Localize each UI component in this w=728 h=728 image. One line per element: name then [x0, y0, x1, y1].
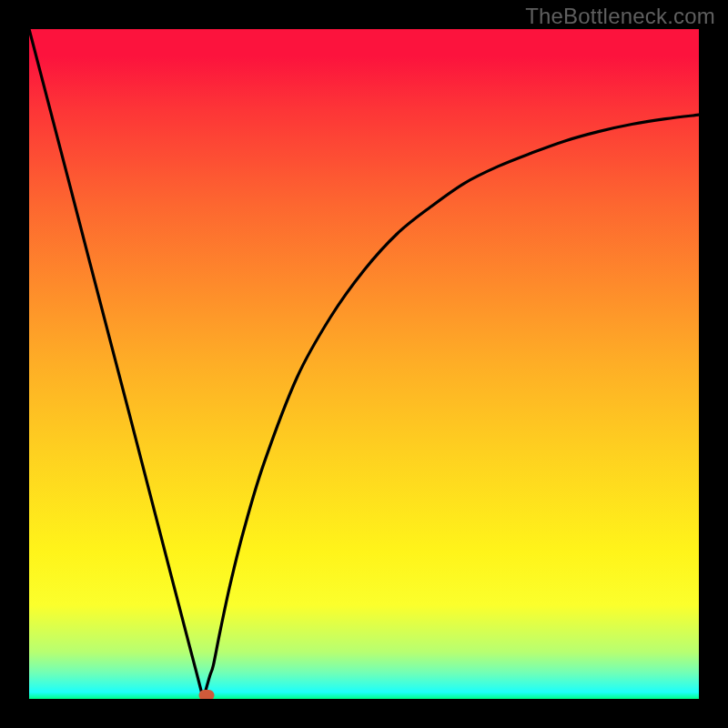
plot-area [29, 29, 699, 699]
chart-frame: TheBottleneck.com [0, 0, 728, 728]
bottleneck-curve [29, 29, 699, 699]
minimum-marker [199, 690, 215, 699]
watermark-text: TheBottleneck.com [525, 4, 715, 29]
